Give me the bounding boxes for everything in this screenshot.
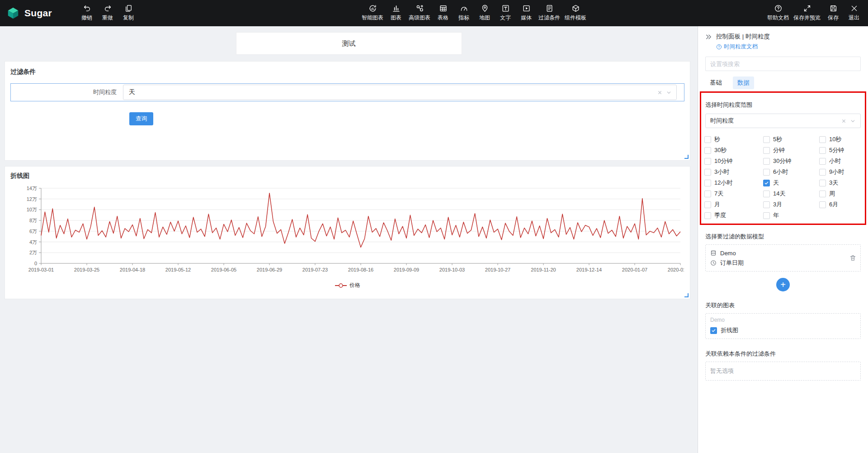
granularity-option-20[interactable]: 6月 <box>819 199 862 210</box>
settings-search-input[interactable] <box>705 57 861 71</box>
checkbox-checked[interactable] <box>710 327 717 334</box>
dashboard-canvas[interactable]: 测试 过滤条件 时间粒度 天 查询 折线图 02万4万6万8万10万12万14万… <box>0 26 698 453</box>
granularity-option-18[interactable]: 月 <box>704 199 763 210</box>
checkbox-unchecked[interactable] <box>704 201 711 208</box>
toolbar-filter-button[interactable]: 过滤条件 <box>536 0 562 26</box>
granularity-option-15[interactable]: 7天 <box>704 188 763 199</box>
granularity-option-5[interactable]: 5分钟 <box>819 145 862 156</box>
query-button[interactable]: 查询 <box>129 112 153 125</box>
checkbox-unchecked[interactable] <box>763 136 770 143</box>
checkbox-unchecked[interactable] <box>704 180 711 186</box>
toolbar-exit-button[interactable]: 退出 <box>844 0 864 26</box>
granularity-option-8[interactable]: 小时 <box>819 156 862 167</box>
checkbox-unchecked[interactable] <box>763 169 770 176</box>
checkbox-unchecked[interactable] <box>763 201 770 208</box>
resize-handle[interactable] <box>684 293 689 297</box>
dashboard-title-widget[interactable]: 测试 <box>236 32 462 55</box>
checkbox-unchecked[interactable] <box>704 147 711 154</box>
toolbar-save-button[interactable]: 保存 <box>823 0 844 26</box>
granularity-option-label: 年 <box>773 211 779 219</box>
filter-field-row[interactable]: 时间粒度 天 <box>10 83 684 101</box>
granularity-range-select[interactable]: 时间粒度 <box>705 114 861 128</box>
checkbox-unchecked[interactable] <box>819 180 826 186</box>
checkbox-unchecked[interactable] <box>704 169 711 176</box>
model-name-row[interactable]: Demo <box>710 248 856 258</box>
linked-chart-item[interactable]: 折线图 <box>710 326 856 334</box>
checkbox-unchecked[interactable] <box>819 169 826 176</box>
chevron-down-icon[interactable] <box>850 118 856 124</box>
toolbar-preview-button[interactable]: 保存并预览 <box>791 0 823 26</box>
redo-icon <box>104 5 112 12</box>
toolbar-undo-button[interactable]: 撤销 <box>76 0 97 26</box>
checkbox-unchecked[interactable] <box>704 212 711 219</box>
granularity-option-2[interactable]: 10秒 <box>819 134 862 145</box>
granularity-option-label: 6小时 <box>773 168 788 176</box>
resize-handle[interactable] <box>684 155 689 159</box>
granularity-option-11[interactable]: 9小时 <box>819 167 862 177</box>
collapse-panel-icon[interactable] <box>705 33 712 40</box>
checkbox-unchecked[interactable] <box>763 191 770 197</box>
clear-icon[interactable] <box>841 118 847 124</box>
granularity-option-10[interactable]: 6小时 <box>763 167 819 177</box>
toolbar-gauge-button[interactable]: 指标 <box>453 0 474 26</box>
add-model-button[interactable]: + <box>776 278 790 291</box>
granularity-option-14[interactable]: 3天 <box>819 177 862 188</box>
granularity-option-9[interactable]: 3小时 <box>704 167 763 177</box>
toolbar-help-button[interactable]: 帮助文档 <box>765 0 791 26</box>
clear-icon[interactable] <box>657 90 663 95</box>
doc-link[interactable]: 时间粒度文档 <box>716 43 758 51</box>
legend-label: 价格 <box>349 281 360 289</box>
granularity-option-3[interactable]: 30秒 <box>704 145 763 156</box>
chart-legend[interactable]: 价格 <box>10 281 684 289</box>
svg-text:2019-03-01: 2019-03-01 <box>28 267 54 272</box>
chevron-down-icon[interactable] <box>666 90 672 95</box>
granularity-option-21[interactable]: 季度 <box>704 210 763 221</box>
checkbox-unchecked[interactable] <box>704 136 711 143</box>
checkbox-unchecked[interactable] <box>704 158 711 165</box>
line-chart-widget[interactable]: 折线图 02万4万6万8万10万12万14万2019-03-012019-03-… <box>5 166 690 299</box>
granularity-option-0[interactable]: 秒 <box>704 134 763 145</box>
granularity-option-4[interactable]: 分钟 <box>763 145 819 156</box>
toolbar-redo-button[interactable]: 重做 <box>97 0 118 26</box>
checkbox-unchecked[interactable] <box>763 212 770 219</box>
toolbar-smart-chart-button[interactable]: 智能图表 <box>359 0 386 26</box>
checkbox-checked[interactable] <box>763 180 770 186</box>
tab-basic[interactable]: 基础 <box>705 76 726 89</box>
chart-icon <box>392 5 400 12</box>
toolbar-text-button[interactable]: 文字 <box>495 0 516 26</box>
granularity-option-16[interactable]: 14天 <box>763 188 819 199</box>
checkbox-unchecked[interactable] <box>819 201 826 208</box>
granularity-option-label: 周 <box>829 190 835 198</box>
checkbox-unchecked[interactable] <box>704 191 711 197</box>
granularity-option-6[interactable]: 10分钟 <box>704 156 763 167</box>
granularity-option-12[interactable]: 12小时 <box>704 177 763 188</box>
tab-data[interactable]: 数据 <box>733 76 754 89</box>
toolbar-chart-button[interactable]: 图表 <box>386 0 406 26</box>
filter-panel-widget[interactable]: 过滤条件 时间粒度 天 查询 <box>5 61 690 161</box>
granularity-option-22[interactable]: 年 <box>763 210 819 221</box>
toolbar-table-button[interactable]: 表格 <box>433 0 453 26</box>
checkbox-unchecked[interactable] <box>763 158 770 165</box>
checkbox-unchecked[interactable] <box>819 191 826 197</box>
sugar-logo-icon <box>6 6 20 20</box>
granularity-option-1[interactable]: 5秒 <box>763 134 819 145</box>
toolbar-media-button[interactable]: 媒体 <box>516 0 537 26</box>
toolbar-copy-button[interactable]: 复制 <box>118 0 139 26</box>
checkbox-unchecked[interactable] <box>819 158 826 165</box>
granularity-option-19[interactable]: 3月 <box>763 199 819 210</box>
toolbar-map-button[interactable]: 地图 <box>474 0 495 26</box>
checkbox-unchecked[interactable] <box>763 147 770 154</box>
toolbar-item-label: 高级图表 <box>409 14 430 22</box>
granularity-option-13[interactable]: 天 <box>763 177 819 188</box>
granularity-option-7[interactable]: 30分钟 <box>763 156 819 167</box>
map-icon <box>481 5 489 12</box>
checkbox-unchecked[interactable] <box>819 147 826 154</box>
checkbox-unchecked[interactable] <box>819 136 826 143</box>
toolbar-template-button[interactable]: 组件模板 <box>562 0 589 26</box>
trash-icon[interactable] <box>849 255 856 262</box>
granularity-option-17[interactable]: 周 <box>819 188 862 199</box>
toolbar-advanced-chart-button[interactable]: 高级图表 <box>406 0 433 26</box>
granularity-select[interactable]: 天 <box>123 85 677 100</box>
model-field-row[interactable]: 订单日期 <box>710 258 856 268</box>
toolbar-item-label: 复制 <box>123 14 134 22</box>
